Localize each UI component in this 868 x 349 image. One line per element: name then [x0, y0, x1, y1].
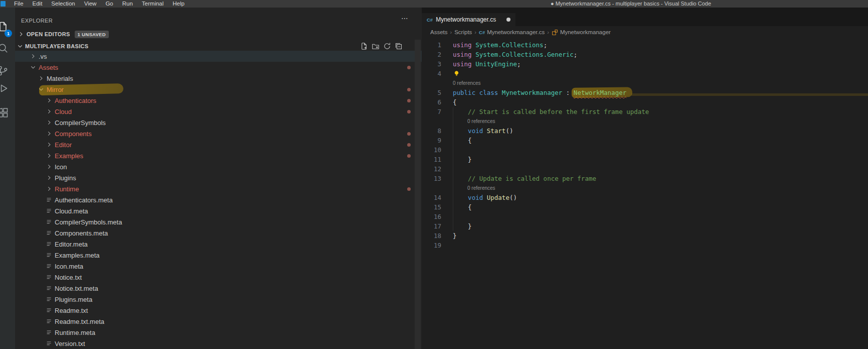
tree-item-runtime[interactable]: Runtime [15, 183, 422, 194]
code-line-9[interactable]: 9 { [422, 136, 868, 145]
tree-item-examples-meta[interactable]: Examples.meta [15, 250, 422, 261]
line-number: 12 [422, 164, 441, 174]
tree-item-components-meta[interactable]: Components.meta [15, 227, 422, 239]
new-file-icon[interactable] [360, 42, 368, 50]
code-line-19[interactable]: 19 [422, 241, 868, 250]
breadcrumb-separator: › [450, 29, 452, 35]
code-line-15[interactable]: 15 { [422, 202, 868, 212]
tree-item-cloud-meta[interactable]: Cloud.meta [15, 205, 422, 216]
refresh-icon[interactable] [383, 42, 391, 50]
tree-item-compilersymbols-meta[interactable]: CompilerSymbols.meta [15, 216, 422, 227]
code-line-13[interactable]: 13 // Update is called once per frame [422, 174, 868, 183]
tree-item-readme-txt-meta[interactable]: Readme.txt.meta [15, 316, 422, 327]
breadcrumb-scripts[interactable]: Scripts [454, 29, 472, 35]
breadcrumb-mynetworkmanager-cs[interactable]: C#Mynetworkmanager.cs [479, 29, 545, 35]
line-number: 19 [422, 241, 441, 250]
code-text: } [441, 155, 472, 164]
activity-extensions-icon[interactable] [0, 107, 9, 119]
tree-item-icon[interactable]: Icon [15, 161, 422, 172]
tree-item-authenticators-meta[interactable]: Authenticators.meta [15, 194, 422, 205]
codelens-references[interactable]: 0 references [422, 78, 868, 88]
code-line-17[interactable]: 17 } [422, 221, 868, 231]
code-line-6[interactable]: 6{ [422, 97, 868, 107]
tree-item-materials[interactable]: Materials [15, 73, 422, 84]
codelens-references[interactable]: 0 references [422, 117, 868, 126]
tree-item-plugins[interactable]: Plugins [15, 172, 422, 183]
menu-edit[interactable]: Edit [28, 0, 47, 8]
tree-item-runtime-meta[interactable]: Runtime.meta [15, 327, 422, 338]
tree-item-notice-txt[interactable]: Notice.txt [15, 272, 422, 283]
breadcrumb-mynetworkmanager[interactable]: Mynetworkmanager [552, 29, 611, 36]
breadcrumb-assets[interactable]: Assets [430, 29, 448, 35]
tree-item-cloud[interactable]: Cloud [15, 106, 422, 117]
menu-run[interactable]: Run [118, 0, 137, 8]
menu-view[interactable]: View [80, 0, 101, 8]
code-line-2[interactable]: 2using System.Collections.Generic; [422, 50, 868, 59]
tree-item-authenticators[interactable]: Authenticators [15, 95, 422, 106]
tree-item-icon-meta[interactable]: Icon.meta [15, 261, 422, 272]
tree-item-mirror[interactable]: Mirror [15, 84, 422, 95]
workspace-section-header[interactable]: MULTIPLAYER BASICS [15, 41, 422, 52]
code-text: using System.Collections; [441, 40, 547, 50]
editor-group: C# Mynetworkmanager.cs Assets›Scripts›C#… [422, 8, 868, 349]
tree-item-notice-txt-meta[interactable]: Notice.txt.meta [15, 283, 422, 294]
tree-item-readme-txt[interactable]: Readme.txt [15, 305, 422, 316]
file-tree: .vsAssetsMaterialsMirrorAuthenticatorsCl… [15, 51, 422, 349]
sidebar-scrollbar[interactable] [415, 40, 421, 349]
code-line-14[interactable]: 14 void Update() [422, 193, 868, 202]
activity-search-icon[interactable] [0, 43, 9, 54]
code-text [441, 212, 453, 221]
code-line-12[interactable]: 12 [422, 164, 868, 174]
tree-item-compilersymbols[interactable]: CompilerSymbols [15, 117, 422, 128]
code-line-16[interactable]: 16 [422, 212, 868, 221]
code-editor[interactable]: 1using System.Collections;2using System.… [422, 38, 868, 349]
code-line-4[interactable]: 4 [422, 69, 868, 78]
file-icon [46, 274, 53, 281]
tree-item-examples[interactable]: Examples [15, 150, 422, 161]
workspace-name-label: MULTIPLAYER BASICS [25, 43, 88, 49]
code-line-18[interactable]: 18} [422, 231, 868, 241]
code-text: { [441, 202, 472, 212]
code-line-8[interactable]: 8 void Start() [422, 126, 868, 136]
tree-item-label: Examples.meta [55, 252, 100, 259]
menu-help[interactable]: Help [168, 0, 189, 8]
tree-item-editor[interactable]: Editor [15, 139, 422, 150]
menu-go[interactable]: Go [101, 0, 117, 8]
chevron-right-icon [38, 75, 45, 82]
more-actions-icon[interactable]: ⋯ [401, 14, 408, 22]
chevron-right-icon [46, 185, 53, 192]
code-line-7[interactable]: 7 // Start is called before the first fr… [422, 107, 868, 117]
code-line-5[interactable]: 5public class Mynetworkmanager : Network… [422, 88, 868, 97]
menu-terminal[interactable]: Terminal [137, 0, 168, 8]
tree-item-label: Readme.txt.meta [55, 318, 104, 325]
code-text: { [441, 97, 457, 107]
tree-item--vs[interactable]: .vs [15, 51, 422, 62]
code-line-3[interactable]: 3using UnityEngine; [422, 59, 868, 69]
collapse-all-icon[interactable] [395, 42, 403, 50]
tree-item-editor-meta[interactable]: Editor.meta [15, 239, 422, 250]
open-editors-section[interactable]: OPEN EDITORS 1 UNSAVED [15, 29, 422, 40]
activity-run-and-debug-icon[interactable] [0, 83, 9, 94]
tree-item-label: Icon [55, 163, 67, 171]
new-folder-icon[interactable] [372, 42, 380, 50]
error-squiggle-token: NetworkManager [574, 89, 626, 96]
unsaved-dot-icon[interactable] [506, 18, 510, 22]
tree-item-components[interactable]: Components [15, 128, 422, 139]
menu-selection[interactable]: Selection [47, 0, 79, 8]
code-text: void Update() [441, 193, 517, 202]
chevron-right-icon [46, 130, 53, 137]
codelens-references[interactable]: 0 references [422, 183, 868, 193]
activity-source-control-icon[interactable] [0, 65, 9, 76]
file-icon [46, 296, 53, 303]
tab-mynetworkmanager[interactable]: C# Mynetworkmanager.cs [422, 13, 515, 26]
code-line-11[interactable]: 11 } [422, 155, 868, 164]
tree-item-plugins-meta[interactable]: Plugins.meta [15, 294, 422, 305]
code-line-1[interactable]: 1using System.Collections; [422, 40, 868, 50]
tree-item-version-txt[interactable]: Version.txt [15, 338, 422, 349]
menu-file[interactable]: File [10, 0, 28, 8]
lightbulb-icon[interactable] [453, 70, 460, 76]
tree-item-assets[interactable]: Assets [15, 62, 422, 73]
chevron-down-icon [30, 64, 37, 71]
line-number: 10 [422, 145, 441, 155]
code-line-10[interactable]: 10 [422, 145, 868, 155]
